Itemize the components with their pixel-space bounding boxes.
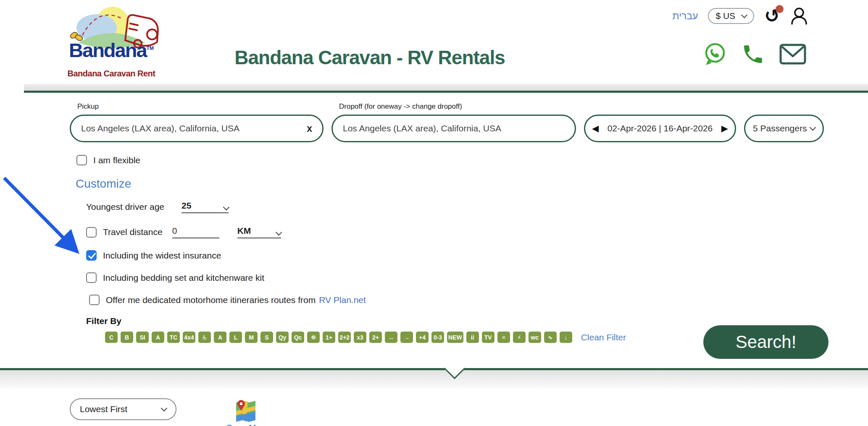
next-dates-icon[interactable]: ▶ <box>721 123 728 133</box>
chevron-down-icon <box>161 405 168 411</box>
itineraries-checkbox[interactable] <box>89 295 100 305</box>
clear-pickup-icon[interactable]: x <box>307 123 312 134</box>
chevron-down-icon <box>810 124 816 131</box>
top-right-controls: עברית $ US ↺ <box>673 7 808 25</box>
currency-value: $ US <box>715 11 735 21</box>
account-icon[interactable] <box>790 7 808 25</box>
filter-icons: CBSIATC4x4♿ALMSQyQc☸1+2+2x32+↔→+40-3NEWi… <box>105 332 572 343</box>
filter-semi-integrated-icon[interactable]: SI <box>136 332 149 343</box>
search-button[interactable]: Search! <box>703 325 829 359</box>
filter-rv-size-m-icon[interactable]: M <box>245 332 258 343</box>
filter-oneway-icon[interactable]: → <box>400 332 413 343</box>
passengers-field: 5 Passengers <box>744 102 824 142</box>
bedding-row: Including bedding set and kitchenware ki… <box>86 272 868 283</box>
filter-shower-icon[interactable]: ∿ <box>544 332 557 343</box>
bedding-checkbox[interactable] <box>86 272 97 283</box>
travel-distance-label: Travel distance <box>103 227 163 237</box>
driver-age-label: Youngest driver age <box>86 202 164 212</box>
company-logo[interactable]: BandanaTM Bandana Caravan Rent <box>58 2 165 82</box>
sort-select[interactable]: Lowest First <box>70 398 176 420</box>
map-icon <box>235 398 256 422</box>
filter-ages-0-3-icon[interactable]: 0-3 <box>431 332 444 343</box>
passengers-value: 5 Passengers <box>753 123 807 133</box>
filter-wc-icon[interactable]: wc <box>529 332 541 343</box>
travel-distance-value: 0 <box>172 226 177 236</box>
brand-name: BandanaTM <box>58 39 165 62</box>
open-map-label: Open Map <box>226 423 265 426</box>
travel-distance-input[interactable]: 0 <box>172 226 219 238</box>
filter-rv-size-s-icon[interactable]: S <box>260 332 273 343</box>
search-row: Pickup Los Angeles (LAX area), Californi… <box>70 102 868 142</box>
passengers-select[interactable]: 5 Passengers <box>744 115 824 142</box>
distance-unit-value: KM <box>237 226 251 236</box>
filter-driver-plus-icon[interactable]: 1+ <box>323 332 335 343</box>
insurance-row: Including the widest insurance <box>86 250 868 261</box>
filter-arrival-icon[interactable]: ↓ <box>560 332 572 343</box>
open-map-control[interactable]: Open Map <box>226 398 265 426</box>
filter-rv-size-l-icon[interactable]: L <box>229 332 242 343</box>
email-icon[interactable] <box>779 43 807 65</box>
filter-x3-icon[interactable]: x3 <box>354 332 366 343</box>
filter-family-icon[interactable]: ii <box>466 332 479 343</box>
filter-by-label: Filter By <box>86 316 868 326</box>
itineraries-label: Offer me dedicated motorhome itineraries… <box>106 295 316 305</box>
driver-age-select[interactable]: 25 <box>181 201 229 213</box>
driver-age-row: Youngest driver age 25 <box>86 201 868 213</box>
filter-truck-camper-icon[interactable]: TC <box>167 332 180 343</box>
filter-class-a-icon[interactable]: A <box>152 332 164 343</box>
filter-quick-y-icon[interactable]: Qy <box>276 332 289 343</box>
header-divider <box>24 84 868 93</box>
filter-wheelchair-icon[interactable]: ♿ <box>198 332 211 343</box>
dropoff-label: Dropoff (for oneway -> change dropoff) <box>339 102 576 111</box>
clean-filter-link[interactable]: Clean Filter <box>581 332 626 342</box>
itineraries-row: Offer me dedicated motorhome itineraries… <box>89 295 868 305</box>
notification-dot <box>776 5 784 13</box>
flexible-label: I am flexible <box>93 155 140 165</box>
date-range-picker[interactable]: ◀ 02-Apr-2026 | 16-Apr-2026 ▶ <box>584 115 736 142</box>
page-title: Bandana Caravan - RV Rentals <box>181 46 559 69</box>
header: BandanaTM Bandana Caravan Rent Bandana C… <box>0 0 868 93</box>
filter-tv-icon[interactable]: TV <box>482 332 494 343</box>
dropoff-input[interactable]: Los Angeles (LAX area), California, USA <box>331 115 576 142</box>
filter-power-icon[interactable]: ⚡ <box>513 332 526 343</box>
date-range-value: 02-Apr-2026 | 16-Apr-2026 <box>599 123 721 133</box>
chevron-down-icon <box>223 204 230 211</box>
logo-caption: Bandana Caravan Rent <box>58 69 165 78</box>
history-icon[interactable]: ↺ <box>764 7 780 25</box>
pickup-value: Los Angeles (LAX area), California, USA <box>81 123 239 133</box>
currency-select[interactable]: $ US <box>708 8 754 24</box>
language-link[interactable]: עברית <box>673 10 698 22</box>
dropoff-value: Los Angeles (LAX area), California, USA <box>343 123 501 133</box>
whatsapp-icon[interactable] <box>702 42 727 66</box>
section-divider <box>0 368 868 388</box>
filter-quick-c-icon[interactable]: Qc <box>292 332 304 343</box>
filter-bed-icon[interactable]: ≡ <box>497 332 510 343</box>
filter-steering-icon[interactable]: ☸ <box>307 332 320 343</box>
driver-age-value: 25 <box>181 201 191 211</box>
filter-new-icon[interactable]: NEW <box>447 332 463 343</box>
filter-width-icon[interactable]: ↔ <box>385 332 397 343</box>
filter-plus4-icon[interactable]: +4 <box>416 332 429 343</box>
flexible-row: I am flexible <box>76 155 868 165</box>
trademark: TM <box>147 45 154 51</box>
pickup-input[interactable]: Los Angeles (LAX area), California, USA … <box>70 115 324 142</box>
customize-link[interactable]: Customize <box>76 177 868 191</box>
dropoff-field: Dropoff (for oneway -> change dropoff) L… <box>331 102 576 142</box>
filter-seats-2plus2-icon[interactable]: 2+2 <box>338 332 351 343</box>
pickup-label: Pickup <box>77 102 324 111</box>
prev-dates-icon[interactable]: ◀ <box>592 123 599 133</box>
page: BandanaTM Bandana Caravan Rent Bandana C… <box>0 0 868 426</box>
filter-class-c-icon[interactable]: C <box>105 332 118 343</box>
sort-value: Lowest First <box>80 404 127 414</box>
filter-class-b-icon[interactable]: B <box>121 332 133 343</box>
filter-automatic-icon[interactable]: A <box>214 332 226 343</box>
pickup-field: Pickup Los Angeles (LAX area), Californi… <box>70 102 324 142</box>
distance-unit-select[interactable]: KM <box>237 226 281 238</box>
filter-4x4-icon[interactable]: 4x4 <box>183 332 195 343</box>
flexible-checkbox[interactable] <box>76 155 87 165</box>
rv-plan-link[interactable]: RV Plan.net <box>319 295 366 305</box>
chevron-down-icon <box>275 229 282 236</box>
filter-family-plus-icon[interactable]: 2+ <box>369 332 382 343</box>
phone-icon[interactable] <box>741 42 765 66</box>
pointer-arrow-icon <box>1 175 89 263</box>
